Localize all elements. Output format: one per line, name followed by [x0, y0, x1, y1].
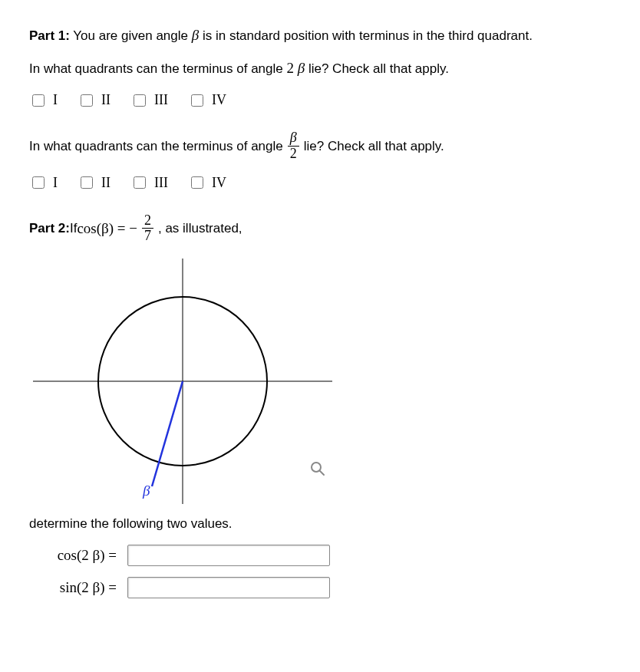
- part2-fraction: 2 7: [142, 213, 153, 245]
- q1-text: In what quadrants can the terminus of an…: [29, 61, 286, 76]
- q2-option-III-label: III: [154, 173, 168, 193]
- part2-label: Part 2:: [29, 219, 70, 239]
- sin2b-input[interactable]: [127, 577, 330, 598]
- checkbox-III[interactable]: [134, 94, 146, 107]
- q1-angle-pre: 2: [286, 60, 297, 76]
- q1-angle-beta: β: [298, 60, 305, 76]
- option-I[interactable]: I: [29, 90, 58, 110]
- q2-text-b: lie? Check all that apply.: [304, 137, 444, 156]
- q2-option-III[interactable]: III: [130, 173, 168, 193]
- part1-q2: In what quadrants can the terminus of an…: [29, 130, 623, 162]
- answer-row-sin2b: sin(2 β) =: [29, 577, 623, 599]
- part2-frac-num: 2: [142, 213, 153, 229]
- q2-checkbox-III[interactable]: [134, 176, 146, 189]
- determine-text: determine the following two values.: [29, 514, 623, 534]
- q2-frac-den: 2: [288, 147, 299, 162]
- q2-checkbox-II[interactable]: [81, 176, 93, 189]
- part2-intro: Part 2: If cos(β) = − 2 7 , as illustrat…: [29, 213, 623, 245]
- beta-symbol: β: [192, 27, 199, 43]
- option-II[interactable]: II: [78, 90, 111, 110]
- q2-option-IV-label: IV: [212, 173, 226, 193]
- beta-label: β: [142, 483, 150, 499]
- answer-row-cos2b: cos(2 β) =: [29, 545, 623, 567]
- option-III-label: III: [154, 90, 168, 110]
- checkbox-IV[interactable]: [191, 94, 203, 107]
- unit-circle-illustration: β: [29, 255, 336, 508]
- q2-option-I-label: I: [53, 173, 58, 193]
- svg-line-1: [320, 471, 324, 475]
- option-I-label: I: [53, 90, 58, 110]
- magnify-icon[interactable]: [310, 461, 325, 483]
- unit-circle-svg: β: [29, 255, 336, 508]
- option-IV[interactable]: IV: [188, 90, 226, 110]
- part1-q1: In what quadrants can the terminus of an…: [29, 58, 623, 80]
- q2-option-II-label: II: [101, 173, 111, 193]
- cos2b-label: cos(2 β) =: [29, 545, 117, 567]
- part1-label: Part 1:: [29, 28, 70, 43]
- checkbox-I[interactable]: [32, 94, 45, 107]
- part2-frac-den: 7: [142, 229, 153, 244]
- part2-text-b: , as illustrated,: [158, 219, 242, 239]
- option-IV-label: IV: [212, 90, 226, 110]
- q2-fraction: β 2: [288, 130, 299, 162]
- q2-option-I[interactable]: I: [29, 173, 58, 193]
- part2-text-a: If: [70, 219, 77, 239]
- q2-options: I II III IV: [29, 173, 623, 193]
- sin2b-label: sin(2 β) =: [29, 577, 117, 599]
- svg-point-0: [312, 463, 321, 472]
- q2-option-IV[interactable]: IV: [188, 173, 226, 193]
- part2-cos-lhs: cos(β) = −: [77, 218, 137, 240]
- option-III[interactable]: III: [130, 90, 168, 110]
- q1-options: I II III IV: [29, 90, 623, 110]
- checkbox-II[interactable]: [81, 94, 93, 107]
- part1-intro: Part 1: You are given angle β is in stan…: [29, 25, 623, 47]
- q2-checkbox-IV[interactable]: [191, 176, 203, 189]
- cos2b-input[interactable]: [127, 545, 330, 566]
- q2-frac-num: β: [288, 130, 299, 147]
- q2-checkbox-I[interactable]: [32, 176, 45, 189]
- q1-tail: lie? Check all that apply.: [308, 61, 449, 76]
- q2-text-a: In what quadrants can the terminus of an…: [29, 137, 283, 156]
- option-II-label: II: [101, 90, 111, 110]
- part1-intro-b: is in standard position with terminus in…: [203, 28, 533, 43]
- part1-intro-a: You are given angle: [73, 28, 191, 43]
- q2-option-II[interactable]: II: [78, 173, 111, 193]
- terminal-side: [152, 381, 183, 486]
